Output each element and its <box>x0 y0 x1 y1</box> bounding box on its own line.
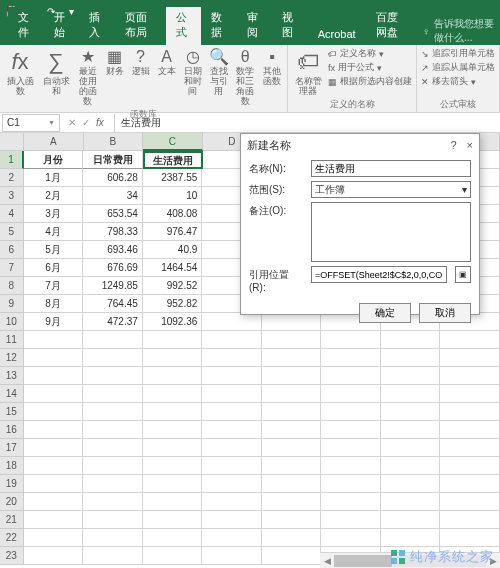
dialog-close-icon[interactable]: × <box>467 139 473 151</box>
row-header-11[interactable]: 11 <box>0 331 24 349</box>
row-header-16[interactable]: 16 <box>0 421 24 439</box>
row-header-13[interactable]: 13 <box>0 367 24 385</box>
cell-C5[interactable]: 976.47 <box>143 223 203 241</box>
tab-file[interactable]: 文件 <box>8 7 44 45</box>
row-header-6[interactable]: 6 <box>0 241 24 259</box>
cell-A16[interactable] <box>24 421 84 439</box>
cell-B13[interactable] <box>83 367 143 385</box>
cell-A22[interactable] <box>24 529 84 547</box>
cell-H22[interactable] <box>440 529 500 547</box>
cell-C20[interactable] <box>143 493 203 511</box>
cell-E17[interactable] <box>262 439 322 457</box>
name-input[interactable] <box>311 160 471 177</box>
cell-G11[interactable] <box>381 331 441 349</box>
cell-H19[interactable] <box>440 475 500 493</box>
cell-C21[interactable] <box>143 511 203 529</box>
tab-insert[interactable]: 插入 <box>79 7 115 45</box>
cell-G16[interactable] <box>381 421 441 439</box>
cell-A19[interactable] <box>24 475 84 493</box>
range-picker-icon[interactable]: ▣ <box>455 266 471 283</box>
cell-B12[interactable] <box>83 349 143 367</box>
cell-H15[interactable] <box>440 403 500 421</box>
cell-F13[interactable] <box>321 367 381 385</box>
row-header-7[interactable]: 7 <box>0 259 24 277</box>
cell-G22[interactable] <box>381 529 441 547</box>
tab-acrobat[interactable]: Acrobat <box>308 25 366 45</box>
cell-C18[interactable] <box>143 457 203 475</box>
cell-C6[interactable]: 40.9 <box>143 241 203 259</box>
cell-C15[interactable] <box>143 403 203 421</box>
recent-functions-button[interactable]: ★最近使用的函数 <box>76 47 100 108</box>
cell-H17[interactable] <box>440 439 500 457</box>
financial-button[interactable]: ▦财务 <box>104 47 126 78</box>
cell-A3[interactable]: 2月 <box>24 187 84 205</box>
cell-A11[interactable] <box>24 331 84 349</box>
cell-B4[interactable]: 653.54 <box>83 205 143 223</box>
cell-E14[interactable] <box>262 385 322 403</box>
scroll-thumb[interactable] <box>334 555 392 567</box>
cell-F14[interactable] <box>321 385 381 403</box>
cell-B18[interactable] <box>83 457 143 475</box>
cell-H18[interactable] <box>440 457 500 475</box>
cancel-button[interactable]: 取消 <box>419 303 471 323</box>
cell-A5[interactable]: 4月 <box>24 223 84 241</box>
cell-A15[interactable] <box>24 403 84 421</box>
text-button[interactable]: A文本 <box>156 47 178 78</box>
ok-button[interactable]: 确定 <box>359 303 411 323</box>
row-header-1[interactable]: 1 <box>0 151 24 169</box>
cell-D18[interactable] <box>202 457 262 475</box>
cell-C23[interactable] <box>143 547 203 565</box>
cell-B11[interactable] <box>83 331 143 349</box>
cell-E13[interactable] <box>262 367 322 385</box>
cell-G18[interactable] <box>381 457 441 475</box>
cell-B3[interactable]: 34 <box>83 187 143 205</box>
row-header-19[interactable]: 19 <box>0 475 24 493</box>
row-header-9[interactable]: 9 <box>0 295 24 313</box>
cell-D12[interactable] <box>202 349 262 367</box>
cell-E16[interactable] <box>262 421 322 439</box>
cell-C9[interactable]: 952.82 <box>143 295 203 313</box>
cell-H12[interactable] <box>440 349 500 367</box>
cell-B19[interactable] <box>83 475 143 493</box>
row-header-23[interactable]: 23 <box>0 547 24 565</box>
lookup-button[interactable]: 🔍查找与引用 <box>208 47 230 98</box>
cell-B8[interactable]: 1249.85 <box>83 277 143 295</box>
comment-textarea[interactable] <box>311 202 471 262</box>
create-from-selection-button[interactable]: ▦根据所选内容创建 <box>328 75 412 88</box>
cell-F16[interactable] <box>321 421 381 439</box>
cell-D14[interactable] <box>202 385 262 403</box>
cell-A9[interactable]: 8月 <box>24 295 84 313</box>
math-button[interactable]: θ数学和三角函数 <box>234 47 258 108</box>
cell-F20[interactable] <box>321 493 381 511</box>
cell-G15[interactable] <box>381 403 441 421</box>
namebox-caret-icon[interactable]: ▼ <box>48 119 55 126</box>
cell-A17[interactable] <box>24 439 84 457</box>
cell-C19[interactable] <box>143 475 203 493</box>
cell-B21[interactable] <box>83 511 143 529</box>
cell-D19[interactable] <box>202 475 262 493</box>
cell-G21[interactable] <box>381 511 441 529</box>
cell-A13[interactable] <box>24 367 84 385</box>
cell-A21[interactable] <box>24 511 84 529</box>
cell-D17[interactable] <box>202 439 262 457</box>
select-all-corner[interactable] <box>0 133 24 151</box>
cell-A8[interactable]: 7月 <box>24 277 84 295</box>
cell-D22[interactable] <box>202 529 262 547</box>
define-name-button[interactable]: 🏷定义名称 ▾ <box>328 47 412 60</box>
cell-B6[interactable]: 693.46 <box>83 241 143 259</box>
formula-bar[interactable]: 生活费用 <box>114 114 500 132</box>
cell-A1[interactable]: 月份 <box>24 151 83 169</box>
use-in-formula-button[interactable]: fx用于公式 ▾ <box>328 61 412 74</box>
tab-view[interactable]: 视图 <box>272 7 308 45</box>
cell-B14[interactable] <box>83 385 143 403</box>
cell-G19[interactable] <box>381 475 441 493</box>
cell-A12[interactable] <box>24 349 84 367</box>
cell-B10[interactable]: 472.37 <box>83 313 143 331</box>
cell-C13[interactable] <box>143 367 203 385</box>
row-header-15[interactable]: 15 <box>0 403 24 421</box>
cell-B17[interactable] <box>83 439 143 457</box>
cell-A23[interactable] <box>24 547 84 565</box>
cell-A14[interactable] <box>24 385 84 403</box>
cell-D16[interactable] <box>202 421 262 439</box>
datetime-button[interactable]: ◷日期和时间 <box>182 47 204 98</box>
